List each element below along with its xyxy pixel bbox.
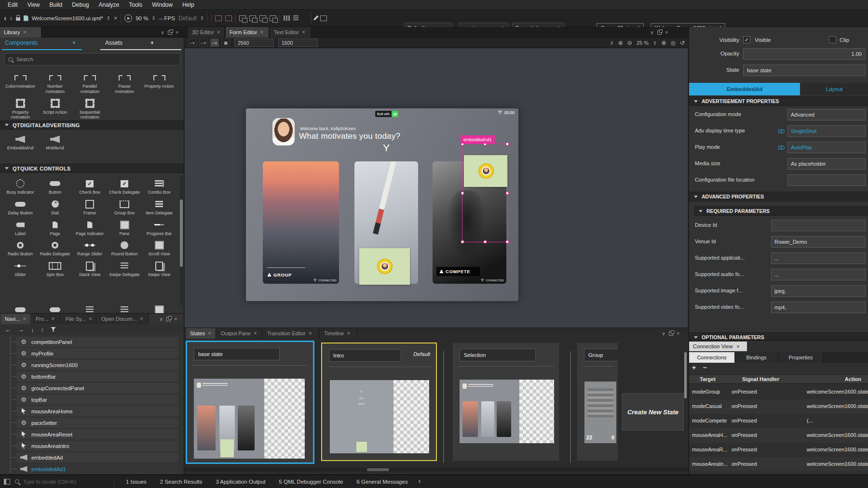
state-card-intro[interactable]: Intro Default Y OU SEO — [321, 343, 437, 461]
close-document-icon[interactable]: × — [114, 13, 117, 24]
tab-file-system[interactable]: File Sy...× — [62, 314, 96, 324]
fps-profile[interactable]: Default — [178, 13, 197, 24]
popout-icon[interactable] — [669, 331, 673, 336]
library-component[interactable]: Busy Indicator — [3, 176, 38, 197]
add-component-button[interactable]: + — [72, 40, 76, 46]
property-value-field[interactable]: AutoPlay — [787, 142, 866, 153]
connection-row[interactable]: modeCompete onPressed (... — [689, 414, 868, 428]
document-selector-icon[interactable]: ⇕ — [107, 13, 110, 24]
chevron-down-icon[interactable]: ∨ — [650, 29, 654, 36]
locator-input[interactable]: Type to locate (Ctrl+K) — [15, 479, 109, 485]
section-qtquick-controls[interactable]: QTQUICK CONTROLS — [0, 164, 184, 173]
state-card-base[interactable]: base state — [186, 341, 314, 464]
close-icon[interactable]: × — [309, 330, 312, 337]
close-icon[interactable]: × — [23, 29, 27, 36]
section-advanced-properties[interactable]: ADVANCED PROPERTIES — [689, 192, 868, 201]
state-thumbnail[interactable] — [460, 380, 554, 443]
embedded-ad-placeholder[interactable] — [359, 248, 410, 285]
clipped-component-icon[interactable] — [38, 303, 72, 313]
close-icon[interactable]: × — [302, 29, 305, 36]
property-value-field[interactable]: As placeholder — [787, 158, 866, 170]
navigator-item[interactable]: runningScreen1600 — [16, 360, 178, 370]
parameter-value-field[interactable]: jpeg, — [771, 285, 866, 297]
close-icon[interactable]: × — [89, 316, 92, 322]
tab-library[interactable]: Library× — [0, 27, 41, 38]
section-qtdigitaladvertising[interactable]: QTDIGITALADVERTISING — [0, 120, 184, 130]
parameter-value-field[interactable]: mp4, — [771, 302, 866, 313]
tab-states[interactable]: States× — [186, 328, 216, 339]
show-bounds-icon[interactable]: ▣ — [221, 39, 230, 47]
library-component[interactable]: Label — [3, 218, 38, 238]
chevron-down-icon[interactable]: ∨ — [159, 316, 163, 322]
navigator-item[interactable]: groupConnectedPanel — [16, 383, 178, 393]
state-name[interactable]: Group — [584, 349, 618, 361]
library-component[interactable]: Pause Animation — [107, 70, 142, 96]
states-vertical-scrollbar[interactable] — [684, 352, 687, 398]
property-value-field[interactable] — [787, 174, 866, 186]
clipped-component-icon[interactable] — [107, 303, 142, 313]
connection-row[interactable]: modeCasual onPressed welcomeScreen1600.s… — [689, 399, 868, 414]
edit-tool-icon[interactable] — [313, 15, 319, 21]
zoom-out-icon[interactable]: ⊖ — [627, 40, 632, 46]
create-new-state-button[interactable]: Create New State — [622, 393, 684, 431]
library-component[interactable]: Dial — [38, 197, 72, 218]
library-component[interactable]: Range Slider — [72, 238, 107, 259]
clip-checkbox[interactable] — [829, 36, 836, 43]
navigator-item[interactable]: paceSetter — [16, 418, 178, 428]
library-component[interactable]: Stack View — [72, 259, 107, 279]
canvas[interactable]: Built with Qt 00:00 Welcome back, KellyS… — [185, 48, 688, 328]
canvas-height-field[interactable]: 1600 — [278, 39, 318, 47]
add-asset-button[interactable]: + — [150, 40, 154, 46]
card-group[interactable]: GROUP CONNECTED — [263, 161, 339, 284]
parameter-value-field[interactable] — [771, 220, 866, 231]
tab-form-editor[interactable]: Form Editor× — [226, 27, 269, 38]
close-icon[interactable]: × — [260, 29, 263, 36]
tab-connections[interactable]: Connections — [689, 352, 734, 363]
close-icon[interactable]: × — [208, 330, 211, 337]
navigator-item[interactable]: mouseAreaIntro — [16, 441, 178, 451]
run-icon[interactable]: ▶ — [124, 14, 132, 22]
output-pane-button[interactable]: 5 QML Debugger Console — [272, 479, 350, 485]
move-up-icon[interactable]: ↑ — [41, 326, 44, 333]
section-required-parameters[interactable]: REQUIRED PARAMETERS — [694, 206, 868, 216]
reset-view-icon[interactable]: ↺ — [680, 40, 685, 46]
close-icon[interactable]: × — [254, 330, 257, 337]
close-icon[interactable]: × — [736, 343, 739, 349]
navigator-item[interactable]: embeddedAd1 — [16, 464, 178, 474]
clipped-component-icon[interactable] — [142, 303, 176, 313]
tab-embeddedad-properties[interactable]: EmbeddedAd — [689, 83, 800, 95]
library-component[interactable]: Radio Delegate — [38, 238, 72, 259]
canvas-style-icon[interactable] — [599, 40, 605, 46]
bounds-tool-icon[interactable] — [320, 15, 327, 21]
navigator-item[interactable]: topBar — [16, 395, 178, 405]
resize-handle[interactable] — [484, 240, 487, 243]
library-component[interactable]: Round Button — [107, 238, 142, 259]
output-pane-button[interactable]: 3 Application Output — [209, 479, 272, 485]
chevron-down-icon[interactable]: ∨ — [161, 29, 164, 36]
menu-item[interactable]: View — [23, 1, 45, 8]
connection-row[interactable]: modeGroup onPressed welcomeScreen1600.st… — [689, 385, 868, 399]
library-component[interactable]: Swipe View — [142, 259, 176, 279]
tab-transition-editor[interactable]: Transition Editor× — [263, 328, 319, 339]
section-advertisement-properties[interactable]: ADVERTISEMENT PROPERTIES — [689, 96, 868, 106]
navigator-item[interactable]: mouseAreaReset — [16, 429, 178, 439]
no-snapping-icon[interactable]: ⌐x — [188, 39, 197, 47]
lock-icon[interactable] — [16, 17, 20, 21]
tab-projects[interactable]: Pro...× — [32, 314, 61, 324]
selection-rectangle[interactable] — [462, 144, 508, 242]
binding-link-icon[interactable] — [778, 145, 784, 150]
library-component[interactable]: Combo Box — [142, 176, 176, 197]
navigator-item[interactable]: embeddedAd — [16, 452, 178, 462]
filter-icon[interactable] — [51, 327, 56, 332]
binding-link-icon[interactable] — [778, 129, 784, 133]
add-connection-button[interactable]: + — [692, 364, 696, 371]
library-component[interactable]: Delay Button — [3, 197, 38, 218]
popout-icon[interactable] — [657, 30, 662, 35]
library-component[interactable]: Sequential Animation — [72, 96, 107, 122]
resize-handle[interactable] — [506, 192, 509, 195]
tab-text-editor[interactable]: Text Editor× — [270, 27, 312, 38]
close-icon[interactable]: × — [677, 330, 679, 336]
zoom-selector-icon[interactable]: ⇕ — [151, 13, 155, 24]
copy-overlap-icon-1[interactable] — [239, 15, 246, 21]
tab-connection-properties[interactable]: Properties — [779, 352, 823, 363]
